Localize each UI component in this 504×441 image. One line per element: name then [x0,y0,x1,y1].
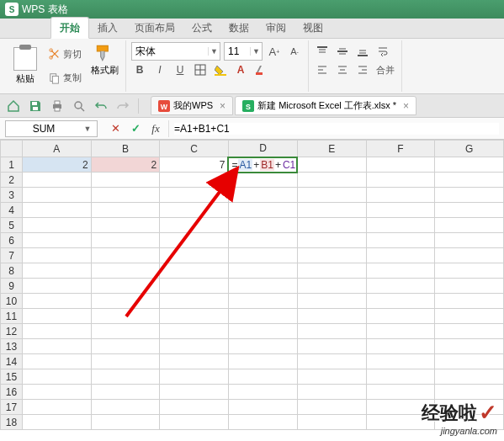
cell[interactable] [91,339,160,354]
decrease-font-icon[interactable]: A- [286,43,303,60]
cell[interactable] [297,400,366,415]
cell[interactable] [366,309,435,324]
row-header[interactable]: 13 [1,339,23,354]
cancel-formula-icon[interactable]: ✕ [106,120,125,137]
cell[interactable] [91,248,160,263]
cell[interactable] [228,294,297,309]
cell[interactable] [22,218,91,233]
format-painter-button[interactable]: 格式刷 [88,42,120,90]
cell[interactable] [160,218,229,233]
row-header[interactable]: 3 [1,188,23,203]
cell[interactable] [22,324,91,339]
chevron-down-icon[interactable]: ▼ [250,47,262,56]
cell[interactable] [22,415,91,430]
row-header[interactable]: 5 [1,218,23,233]
cell[interactable] [160,339,229,354]
cell[interactable] [22,233,91,248]
ribbon-tab-review[interactable]: 审阅 [257,18,294,38]
cell[interactable] [366,294,435,309]
cell[interactable] [435,369,504,385]
cell[interactable] [91,188,160,203]
cell[interactable] [435,188,504,203]
cell[interactable] [366,157,435,173]
italic-icon[interactable]: I [151,61,168,78]
cell[interactable] [22,385,91,400]
cell[interactable] [435,324,504,339]
cell[interactable] [22,263,91,279]
cell[interactable] [297,218,366,233]
row-header[interactable]: 8 [1,263,23,279]
cell[interactable] [366,218,435,233]
cell[interactable] [22,173,91,188]
cell[interactable] [228,263,297,279]
merge-cells-button[interactable]: 合并 [374,64,396,77]
cell[interactable] [228,233,297,248]
cell[interactable] [297,415,366,430]
cell[interactable] [160,369,229,385]
name-box[interactable]: ▼ [5,120,98,137]
cell[interactable] [228,339,297,354]
close-icon[interactable]: × [220,100,225,112]
cell[interactable] [435,233,504,248]
confirm-formula-icon[interactable]: ✓ [126,120,145,137]
cell[interactable] [435,294,504,309]
row-header[interactable]: 4 [1,203,23,218]
cell[interactable] [366,263,435,279]
cell[interactable] [22,309,91,324]
cell[interactable] [228,400,297,415]
cell[interactable] [91,324,160,339]
font-size-input[interactable] [225,45,250,57]
cell[interactable] [297,309,366,324]
home-icon[interactable] [5,98,22,114]
cell[interactable] [435,157,504,173]
cell[interactable] [22,294,91,309]
cell[interactable] [91,385,160,400]
cell[interactable] [22,354,91,369]
cell[interactable] [228,279,297,294]
row-header[interactable]: 6 [1,233,23,248]
cell[interactable] [228,354,297,369]
cell[interactable] [22,369,91,385]
ribbon-tab-home[interactable]: 开始 [50,17,89,39]
font-size-combo[interactable]: ▼ [224,42,263,61]
cell[interactable] [435,173,504,188]
wrap-text-icon[interactable] [374,43,391,60]
cell[interactable] [366,369,435,385]
ribbon-tab-insert[interactable]: 插入 [89,18,126,38]
cell[interactable] [297,324,366,339]
cell[interactable] [297,248,366,263]
cell[interactable] [91,354,160,369]
cell[interactable] [160,324,229,339]
cell[interactable] [22,248,91,263]
cell[interactable] [228,369,297,385]
row-header[interactable]: 7 [1,248,23,263]
row-header[interactable]: 11 [1,309,23,324]
row-header[interactable]: 2 [1,173,23,188]
tab-my-wps[interactable]: W 我的WPS × [151,96,233,115]
cell[interactable] [160,415,229,430]
cell[interactable]: 2 [22,157,91,173]
cell[interactable] [366,279,435,294]
row-header[interactable]: 1 [1,157,23,173]
formula-input[interactable] [174,123,499,135]
cell[interactable] [366,233,435,248]
cell[interactable] [22,400,91,415]
cell[interactable] [160,263,229,279]
cell[interactable] [160,203,229,218]
cell[interactable] [160,309,229,324]
col-header-g[interactable]: G [435,141,504,157]
cell[interactable] [297,385,366,400]
cell[interactable] [228,218,297,233]
row-header[interactable]: 9 [1,279,23,294]
cell[interactable] [91,203,160,218]
cell[interactable] [297,203,366,218]
row-header[interactable]: 10 [1,294,23,309]
cell[interactable] [297,354,366,369]
cell[interactable] [435,354,504,369]
close-icon[interactable]: × [403,100,409,112]
cell[interactable] [228,173,297,188]
cell[interactable] [366,188,435,203]
row-header[interactable]: 17 [1,400,23,415]
row-header[interactable]: 12 [1,324,23,339]
cell[interactable] [297,369,366,385]
